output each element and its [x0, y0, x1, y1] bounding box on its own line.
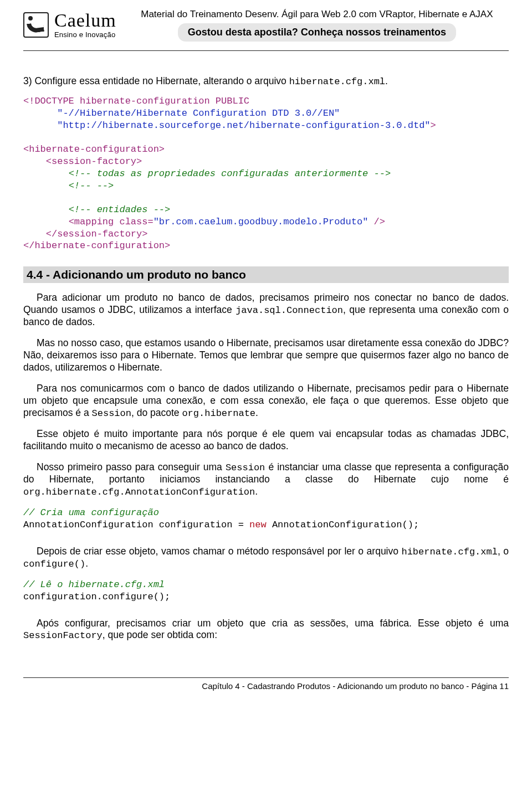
paragraph-1: Para adicionar um produto no banco de da… [23, 292, 509, 328]
inline-code: org.hibernate.cfg.AnnotationConfiguratio… [23, 487, 255, 497]
code-comment: // Lê o hibernate.cfg.xml [23, 579, 165, 590]
header-divider [23, 50, 509, 51]
step-text-suffix: . [385, 75, 388, 86]
text: Nosso primeiro passo para conseguir uma [37, 461, 226, 472]
code-line: class= [119, 217, 153, 227]
code-comment: // Cria uma configuração [23, 507, 159, 518]
code-line: </session-factory> [46, 229, 148, 239]
code-line: <session-factory> [46, 156, 142, 167]
document-page: Caelum Ensino e Inovação Material do Tre… [0, 0, 532, 812]
code-line: > [431, 120, 436, 131]
caelum-logo-icon [23, 12, 49, 38]
page-header: Caelum Ensino e Inovação Material do Tre… [23, 8, 509, 45]
text: . [255, 407, 258, 418]
footer-divider [23, 677, 509, 678]
paragraph-2: Mas no nosso caso, que estamos usando o … [23, 337, 509, 374]
step-text-prefix: 3) Configure essa entidade no Hibernate,… [23, 75, 289, 86]
code-line: "br.com.caelum.goodbuy.modelo.Produto" [154, 217, 369, 227]
code-comment: <!-- entidades --> [69, 204, 171, 215]
inline-code: configure() [23, 559, 85, 569]
code-comment: <!-- --> [69, 181, 114, 191]
header-titles: Material do Treinamento Desenv. Ágil par… [125, 8, 509, 42]
code-line: <hibernate-configuration> [23, 144, 165, 155]
step-filename: hibernate.cfg.xml [289, 76, 385, 87]
course-title: Material do Treinamento Desenv. Ágil par… [125, 9, 509, 20]
text: . [255, 486, 258, 497]
section-4-4-heading: 4.4 - Adicionando um produto no banco [23, 266, 509, 283]
code-line: <!DOCTYPE hibernate-configuration PUBLIC [23, 96, 249, 106]
step-3-instruction: 3) Configure essa entidade no Hibernate,… [23, 75, 509, 88]
text: Após configurar, precisamos criar um obj… [37, 618, 509, 629]
logo-text: Caelum Ensino e Inovação [54, 11, 116, 38]
page-footer: Capítulo 4 - Cadastrando Produtos - Adic… [23, 681, 509, 691]
paragraph-7: Após configurar, precisamos criar um obj… [23, 618, 509, 642]
code-line: "http://hibernate.sourceforge.net/hibern… [57, 120, 430, 131]
inline-code: Session [226, 462, 265, 473]
code-keyword: new [249, 520, 267, 530]
inline-code: Session [92, 408, 131, 419]
inline-code: SessionFactory [23, 630, 103, 641]
code-line: AnnotationConfiguration(); [267, 520, 419, 530]
code-create-configuration: // Cria uma configuração AnnotationConfi… [23, 507, 509, 531]
header-cta-link[interactable]: Gostou desta apostila? Conheça nossos tr… [178, 23, 456, 42]
code-line: "-//Hibernate/Hibernate Configuration DT… [57, 108, 340, 119]
text: . [85, 558, 88, 569]
code-configure: // Lê o hibernate.cfg.xml configuration.… [23, 579, 509, 603]
text: , do pacote [131, 407, 182, 418]
code-comment: <!-- todas as propriedades configuradas … [69, 168, 391, 179]
code-line: configuration.configure(); [23, 592, 170, 602]
text: , que pode ser obtida com: [103, 629, 217, 640]
logo-name: Caelum [54, 11, 116, 30]
paragraph-3: Para nos comunicarmos com o banco de dad… [23, 383, 509, 419]
text: , o [498, 546, 509, 557]
paragraph-4: Esse objeto é muito importante para nós … [23, 428, 509, 453]
logo: Caelum Ensino e Inovação [23, 8, 116, 38]
code-line: </hibernate-configuration> [23, 240, 170, 251]
logo-tagline: Ensino e Inovação [54, 31, 116, 38]
document-body: 3) Configure essa entidade no Hibernate,… [23, 75, 509, 642]
inline-code: org.hibernate [182, 408, 255, 419]
code-hibernate-cfg: <!DOCTYPE hibernate-configuration PUBLIC… [23, 95, 509, 252]
code-line: /> [368, 217, 385, 227]
code-line: <mapping [69, 217, 120, 227]
paragraph-6: Depois de criar esse objeto, vamos chama… [23, 546, 509, 571]
inline-code: java.sql.Connection [236, 305, 343, 316]
code-line: AnnotationConfiguration configuration = [23, 520, 249, 530]
paragraph-5: Nosso primeiro passo para conseguir uma … [23, 461, 509, 498]
text: Depois de criar esse objeto, vamos chama… [37, 546, 401, 557]
inline-code: hibernate.cfg.xml [401, 547, 497, 557]
